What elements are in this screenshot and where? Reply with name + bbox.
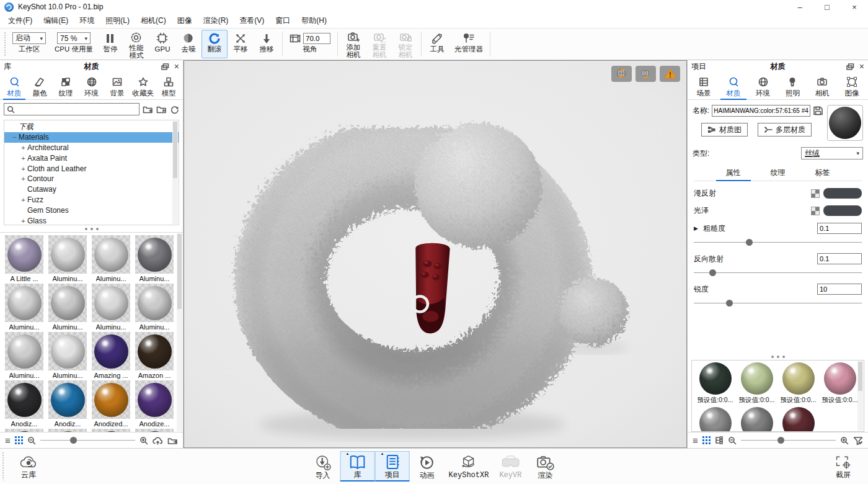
pan-button[interactable]: 平移 [228, 30, 254, 58]
float-panel-icon[interactable] [161, 63, 169, 70]
tree-item[interactable]: Cutaway [4, 184, 179, 195]
material-thumbnail[interactable] [47, 429, 88, 432]
tools-button[interactable]: 工具 [424, 30, 450, 58]
tree-expand-toggle[interactable]: + [19, 175, 27, 182]
zoom-out-icon[interactable] [27, 436, 36, 445]
render-button[interactable]: 渲染 [528, 452, 562, 482]
preset-thumbnail[interactable]: 预设值:0:0... [694, 362, 736, 407]
search-input[interactable] [4, 103, 140, 115]
material-thumbnail[interactable]: Amazing ... [91, 332, 131, 380]
backscatter-slider[interactable] [694, 269, 862, 277]
tree-item[interactable]: +Architectural [4, 143, 179, 153]
project-dock-button[interactable]: ▲ 项目 [375, 451, 410, 482]
project-tab-material[interactable]: 材质 [719, 74, 748, 99]
material-type-dropdown[interactable]: 丝绒 ▾ [801, 147, 863, 159]
presets-scrollbar[interactable] [857, 361, 863, 431]
screenshot-button[interactable]: 截屏 [826, 452, 861, 481]
zoom-out-icon[interactable] [728, 436, 737, 445]
tree-item[interactable]: +Cloth and Leather [4, 163, 179, 174]
performance-mode-button[interactable]: 性能 模式 [123, 30, 149, 58]
list-view-icon[interactable]: ≡ [5, 436, 11, 445]
pause-button[interactable]: 暂停 [97, 30, 123, 58]
library-tab-model[interactable]: 模型 [156, 74, 182, 99]
preset-size-slider[interactable] [741, 437, 836, 444]
panel-splitter[interactable] [0, 225, 183, 232]
preset-thumbnail[interactable]: 预设值:0:0... [736, 362, 777, 407]
material-thumbnail[interactable]: Anodize... [134, 380, 175, 429]
material-grid-scrollbar[interactable] [177, 233, 182, 431]
material-thumbnail[interactable]: Anodiz... [47, 380, 88, 429]
texture-checker-icon[interactable] [811, 189, 820, 198]
tree-item[interactable]: +Axalta Paint [4, 153, 179, 163]
sheen-swatch[interactable] [823, 205, 862, 216]
denoise-button[interactable]: 去噪 [175, 30, 202, 58]
float-panel-icon[interactable] [846, 63, 854, 70]
material-preview[interactable] [827, 105, 863, 141]
dolly-button[interactable]: 推移 [254, 30, 280, 58]
preset-thumbnail[interactable] [777, 407, 819, 432]
close-panel-icon[interactable]: × [174, 63, 179, 70]
tree-view-icon[interactable] [715, 436, 724, 444]
tree-item[interactable]: −Materials [4, 132, 179, 143]
tumble-button[interactable]: 翻滚 [202, 30, 228, 58]
subtab-textures[interactable]: 纹理 [756, 166, 800, 181]
cpu-usage-dropdown[interactable]: 75 %▾ [57, 32, 91, 44]
keyshotxr-button[interactable]: KeyShotXR [445, 452, 494, 482]
menu-item-4[interactable]: 相机(C) [135, 14, 172, 28]
save-icon[interactable] [813, 106, 823, 115]
cloud-library-button[interactable]: 云库 [11, 452, 46, 481]
thumbnail-size-slider[interactable] [40, 437, 135, 444]
material-thumbnail[interactable] [91, 429, 131, 432]
material-thumbnail[interactable]: Aluminu... [4, 332, 45, 380]
workspace-control[interactable]: 启动▾ 工作区 [8, 30, 50, 58]
tree-expand-toggle[interactable]: + [19, 165, 27, 173]
material-thumbnail[interactable]: Aluminu... [47, 235, 88, 284]
gpu-button[interactable]: GPU [149, 30, 175, 58]
preset-thumbnail[interactable] [736, 407, 777, 432]
material-thumbnail[interactable] [4, 429, 45, 432]
menu-item-2[interactable]: 环境 [74, 14, 100, 28]
fov-control[interactable]: 视角 [285, 30, 335, 58]
material-thumbnail[interactable]: Anodized... [91, 380, 131, 429]
tree-expand-toggle[interactable]: + [19, 217, 27, 225]
roughness-slider[interactable] [694, 239, 862, 246]
light-manager-button[interactable]: 光管理器 [450, 30, 487, 58]
tree-expand-toggle[interactable]: + [19, 196, 27, 204]
workspace-dropdown[interactable]: 启动▾ [12, 32, 46, 44]
library-tab-environment[interactable]: 环境 [79, 74, 105, 99]
sharpness-slider[interactable] [694, 300, 862, 307]
toolbar-drag-handle[interactable] [3, 32, 6, 56]
material-thumbnail[interactable]: Aluminu... [47, 284, 88, 332]
fov-input[interactable] [303, 33, 330, 44]
import-folder-icon[interactable] [156, 105, 167, 114]
export-folder-icon[interactable] [167, 436, 178, 445]
environment-sync-button[interactable] [611, 66, 632, 82]
grid-view-icon[interactable] [702, 436, 711, 444]
material-name-input[interactable] [712, 105, 810, 117]
material-thumbnail[interactable]: Aluminu... [47, 332, 88, 380]
diffuse-swatch[interactable] [823, 188, 862, 199]
subtab-properties[interactable]: 属性 [711, 166, 756, 181]
cpu-usage-control[interactable]: 75 %▾ CPU 使用量 [50, 30, 97, 58]
material-graph-button[interactable]: 材质图 [701, 123, 748, 137]
backscatter-input[interactable] [817, 253, 862, 264]
library-tab-texture[interactable]: 纹理 [53, 74, 79, 99]
menu-item-1[interactable]: 编辑(E) [38, 14, 74, 28]
project-tab-camera[interactable]: 相机 [807, 74, 837, 99]
close-button[interactable]: × [841, 0, 868, 14]
tree-item[interactable]: +Glass [4, 215, 179, 225]
library-tab-material[interactable]: 材质 [1, 74, 27, 99]
tree-item[interactable]: +Contour [4, 174, 179, 184]
library-dock-button[interactable]: ▲ 库 [340, 451, 375, 482]
material-thumbnail[interactable]: Anodiz... [4, 380, 45, 429]
viewport-3d[interactable] [184, 60, 687, 448]
library-tab-favorites[interactable]: 收藏夹 [130, 74, 156, 99]
tree-scrollbar[interactable] [172, 121, 178, 224]
add-folder-icon[interactable] [143, 105, 153, 114]
camera-sync-button[interactable] [636, 66, 656, 82]
roughness-slider-thumb[interactable] [746, 239, 753, 246]
project-tab-environment[interactable]: 环境 [748, 74, 778, 99]
refresh-icon[interactable] [170, 105, 179, 114]
menu-item-8[interactable]: 窗口 [270, 14, 296, 28]
tree-item[interactable]: Gem Stones [4, 205, 179, 215]
